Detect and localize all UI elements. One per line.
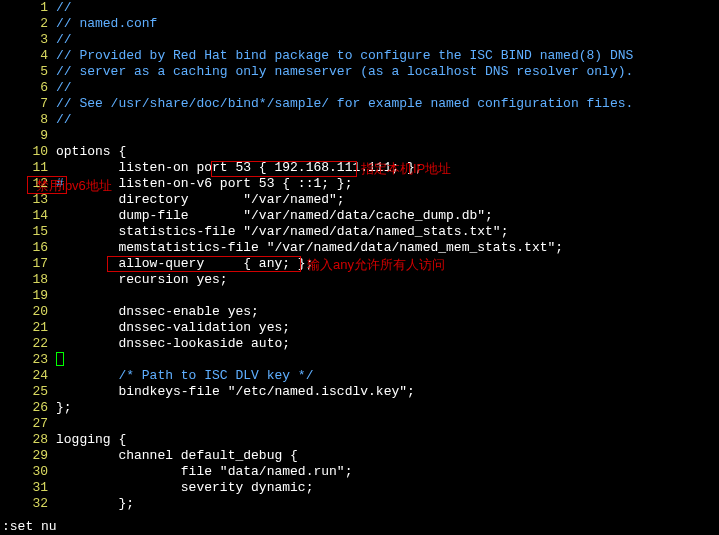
line-number: 10 (0, 144, 56, 160)
line-number: 16 (0, 240, 56, 256)
code-line[interactable]: 16 memstatistics-file "/var/named/data/n… (0, 240, 719, 256)
line-number: 11 (0, 160, 56, 176)
code-line[interactable]: 3// (0, 32, 719, 48)
code-line[interactable]: 20 dnssec-enable yes; (0, 304, 719, 320)
line-number: 12 (0, 176, 56, 192)
code-line[interactable]: 30 file "data/named.run"; (0, 464, 719, 480)
code-content[interactable]: statistics-file "/var/named/data/named_s… (56, 224, 508, 240)
code-line[interactable]: 25 bindkeys-file "/etc/named.iscdlv.key"… (0, 384, 719, 400)
code-content[interactable]: severity dynamic; (56, 480, 313, 496)
code-line[interactable]: 32 }; (0, 496, 719, 512)
code-content[interactable]: // (56, 0, 72, 16)
code-line[interactable]: 4// Provided by Red Hat bind package to … (0, 48, 719, 64)
code-content[interactable]: /* Path to ISC DLV key */ (56, 368, 313, 384)
code-content[interactable]: recursion yes; (56, 272, 228, 288)
code-content[interactable]: dump-file "/var/named/data/cache_dump.db… (56, 208, 493, 224)
code-line[interactable]: 1// (0, 0, 719, 16)
code-line[interactable]: 7// See /usr/share/doc/bind*/sample/ for… (0, 96, 719, 112)
code-content[interactable]: dnssec-lookaside auto; (56, 336, 290, 352)
code-line[interactable]: 23 (0, 352, 719, 368)
code-content[interactable]: }; (56, 496, 134, 512)
line-number: 8 (0, 112, 56, 128)
line-number: 17 (0, 256, 56, 272)
code-content[interactable]: options { (56, 144, 126, 160)
code-line[interactable]: 21 dnssec-validation yes; (0, 320, 719, 336)
line-number: 2 (0, 16, 56, 32)
code-content[interactable]: channel default_debug { (56, 448, 298, 464)
code-line[interactable]: 19 (0, 288, 719, 304)
code-content[interactable]: allow-query { any; }; (56, 256, 313, 272)
code-line[interactable]: 2// named.conf (0, 16, 719, 32)
line-number: 28 (0, 432, 56, 448)
line-number: 21 (0, 320, 56, 336)
line-number: 25 (0, 384, 56, 400)
line-number: 23 (0, 352, 56, 368)
code-content[interactable]: bindkeys-file "/etc/named.iscdlv.key"; (56, 384, 415, 400)
cursor (56, 352, 64, 366)
code-content[interactable]: logging { (56, 432, 126, 448)
line-number: 4 (0, 48, 56, 64)
code-content[interactable]: memstatistics-file "/var/named/data/name… (56, 240, 563, 256)
line-number: 26 (0, 400, 56, 416)
code-content[interactable]: dnssec-enable yes; (56, 304, 259, 320)
vim-statusbar: :set nu (0, 519, 57, 535)
line-number: 20 (0, 304, 56, 320)
code-line[interactable]: 28logging { (0, 432, 719, 448)
code-content[interactable]: // See /usr/share/doc/bind*/sample/ for … (56, 96, 633, 112)
code-line[interactable]: 22 dnssec-lookaside auto; (0, 336, 719, 352)
line-number: 18 (0, 272, 56, 288)
code-content[interactable]: file "data/named.run"; (56, 464, 352, 480)
code-content[interactable] (56, 352, 64, 368)
code-line[interactable]: 31 severity dynamic; (0, 480, 719, 496)
code-line[interactable]: 15 statistics-file "/var/named/data/name… (0, 224, 719, 240)
code-content[interactable]: // Provided by Red Hat bind package to c… (56, 48, 633, 64)
code-line[interactable]: 12# listen-on-v6 port 53 { ::1; }; (0, 176, 719, 192)
code-content[interactable]: // (56, 80, 72, 96)
code-content[interactable]: // (56, 112, 72, 128)
code-line[interactable]: 11 listen-on port 53 { 192.168.111.111; … (0, 160, 719, 176)
line-number: 13 (0, 192, 56, 208)
line-number: 32 (0, 496, 56, 512)
code-content[interactable]: directory "/var/named"; (56, 192, 345, 208)
line-number: 7 (0, 96, 56, 112)
line-number: 9 (0, 128, 56, 144)
code-content[interactable]: # listen-on-v6 port 53 { ::1; }; (56, 176, 352, 192)
code-line[interactable]: 9 (0, 128, 719, 144)
line-number: 19 (0, 288, 56, 304)
code-content[interactable]: // server as a caching only nameserver (… (56, 64, 633, 80)
code-line[interactable]: 5// server as a caching only nameserver … (0, 64, 719, 80)
line-number: 5 (0, 64, 56, 80)
code-line[interactable]: 27 (0, 416, 719, 432)
code-content[interactable]: listen-on port 53 { 192.168.111.111; }; (56, 160, 423, 176)
line-number: 29 (0, 448, 56, 464)
line-number: 27 (0, 416, 56, 432)
line-number: 24 (0, 368, 56, 384)
code-line[interactable]: 26}; (0, 400, 719, 416)
line-number: 6 (0, 80, 56, 96)
line-number: 15 (0, 224, 56, 240)
code-content[interactable]: // named.conf (56, 16, 157, 32)
code-line[interactable]: 18 recursion yes; (0, 272, 719, 288)
code-line[interactable]: 8// (0, 112, 719, 128)
line-number: 31 (0, 480, 56, 496)
line-number: 30 (0, 464, 56, 480)
code-line[interactable]: 17 allow-query { any; }; (0, 256, 719, 272)
line-number: 1 (0, 0, 56, 16)
code-line[interactable]: 14 dump-file "/var/named/data/cache_dump… (0, 208, 719, 224)
code-line[interactable]: 6// (0, 80, 719, 96)
code-line[interactable]: 29 channel default_debug { (0, 448, 719, 464)
code-line[interactable]: 10options { (0, 144, 719, 160)
code-line[interactable]: 13 directory "/var/named"; (0, 192, 719, 208)
code-content[interactable]: // (56, 32, 72, 48)
code-line[interactable]: 24 /* Path to ISC DLV key */ (0, 368, 719, 384)
line-number: 3 (0, 32, 56, 48)
line-number: 22 (0, 336, 56, 352)
editor-viewport[interactable]: 1//2// named.conf3//4// Provided by Red … (0, 0, 719, 512)
code-content[interactable]: dnssec-validation yes; (56, 320, 290, 336)
line-number: 14 (0, 208, 56, 224)
code-content[interactable]: }; (56, 400, 72, 416)
